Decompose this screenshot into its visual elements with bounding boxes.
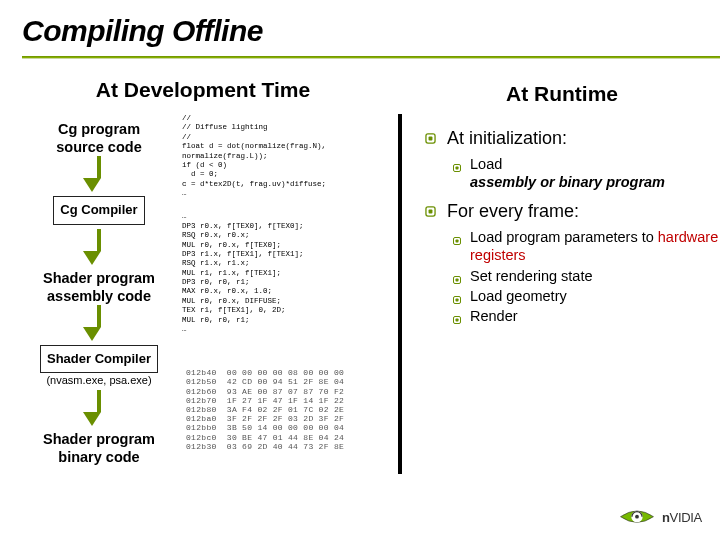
flow-box-cg-compiler: Cg Compiler bbox=[53, 196, 144, 224]
content-area: At Development Time Cg program source co… bbox=[0, 78, 720, 540]
flow-column: Cg program source code Cg Compiler Shade… bbox=[20, 120, 178, 466]
bullet-icon bbox=[424, 204, 437, 217]
svg-rect-11 bbox=[456, 298, 459, 301]
svg-rect-13 bbox=[456, 318, 459, 321]
left-column: At Development Time Cg program source co… bbox=[0, 78, 398, 540]
bullet-icon bbox=[452, 291, 462, 301]
sub-bullet: Load program parameters to hardware regi… bbox=[452, 228, 720, 264]
sub-bullet: Load geometry bbox=[452, 287, 720, 305]
sub-bullet: Set rendering state bbox=[452, 267, 720, 285]
code-column: // // Diffuse lighting // float d = dot(… bbox=[182, 114, 388, 451]
bullet-icon bbox=[452, 311, 462, 321]
bullet-label: At initialization: bbox=[447, 128, 567, 149]
svg-rect-3 bbox=[456, 167, 459, 170]
bullet-icon bbox=[452, 271, 462, 281]
bullet-icon bbox=[452, 159, 462, 169]
bullet-icon bbox=[452, 232, 462, 242]
flow-box-source: Cg program source code bbox=[56, 120, 141, 156]
bullet-list: At initialization: Loadassembly or binar… bbox=[424, 128, 720, 325]
left-heading: At Development Time bbox=[0, 78, 398, 102]
arrow-icon bbox=[90, 229, 108, 265]
sub-bullet-text: Loadassembly or binary program bbox=[470, 155, 665, 191]
sub-bullet-text: Load geometry bbox=[470, 287, 567, 305]
title-rule bbox=[22, 56, 720, 59]
sub-bullet-text: Set rendering state bbox=[470, 267, 593, 285]
code-block-hex: 012b40 00 00 00 00 08 00 00 00 012b50 42… bbox=[186, 368, 388, 451]
flow-box-assembly: Shader program assembly code bbox=[43, 269, 155, 305]
right-heading: At Runtime bbox=[424, 82, 720, 106]
bullet-label: For every frame: bbox=[447, 201, 579, 222]
slide: Compiling Offline At Development Time Cg… bbox=[0, 0, 720, 540]
sub-bullet: Render bbox=[452, 307, 720, 325]
title-bar: Compiling Offline bbox=[0, 0, 720, 59]
svg-rect-9 bbox=[456, 278, 459, 281]
code-block-asm: … DP3 r0.x, f[TEX0], f[TEX0]; RSQ r0.x, … bbox=[182, 212, 388, 334]
bullet-icon bbox=[424, 131, 437, 144]
sub-bullet: Loadassembly or binary program bbox=[452, 155, 720, 191]
bullet-frame: For every frame: bbox=[424, 201, 720, 222]
nvidia-logo: nVIDIA bbox=[618, 504, 702, 530]
right-column: At Runtime At initialization: Loadassemb… bbox=[402, 78, 720, 540]
slide-title: Compiling Offline bbox=[22, 14, 720, 48]
arrow-icon bbox=[90, 390, 108, 426]
flow-caption-tools: (nvasm.exe, psa.exe) bbox=[46, 374, 151, 386]
flow-box-shader-compiler: Shader Compiler bbox=[40, 345, 158, 373]
bullet-init: At initialization: bbox=[424, 128, 720, 149]
nvidia-eye-icon bbox=[618, 504, 656, 530]
svg-point-15 bbox=[635, 515, 639, 519]
flow-box-binary: Shader program binary code bbox=[43, 430, 155, 466]
nvidia-logo-text: nVIDIA bbox=[662, 510, 702, 525]
code-block-cg: // // Diffuse lighting // float d = dot(… bbox=[182, 114, 388, 198]
svg-rect-7 bbox=[456, 240, 459, 243]
arrow-icon bbox=[90, 305, 108, 341]
svg-rect-1 bbox=[429, 137, 433, 141]
sub-bullet-text: Render bbox=[470, 307, 518, 325]
arrow-icon bbox=[90, 156, 108, 192]
svg-rect-5 bbox=[429, 210, 433, 214]
sub-bullet-text: Load program parameters to hardware regi… bbox=[470, 228, 720, 264]
